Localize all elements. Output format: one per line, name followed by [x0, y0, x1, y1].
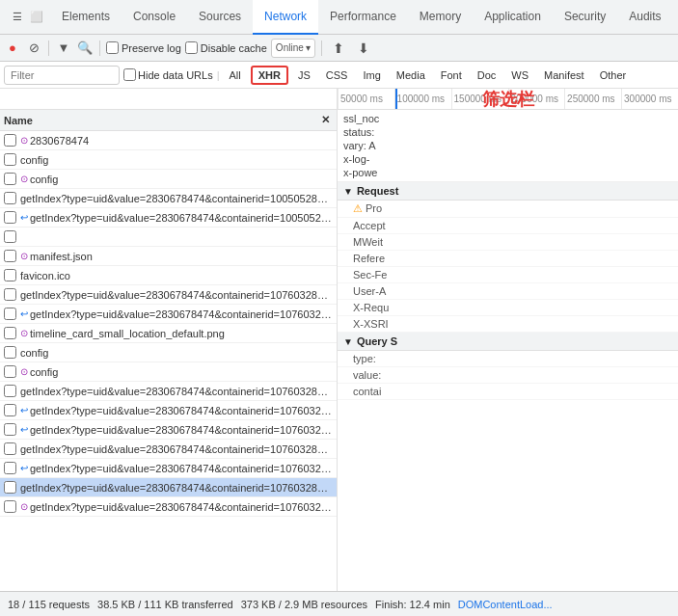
preserve-log-check[interactable]: Preserve log	[106, 41, 181, 54]
tab-console[interactable]: Console	[122, 0, 187, 35]
item-checkbox[interactable]	[4, 481, 16, 494]
request-list[interactable]: Name ✕ ⊙ 2830678474 config ⊙ config getI…	[0, 110, 338, 591]
export-icon[interactable]: ⬇	[353, 38, 374, 59]
list-item[interactable]: ⊙ getIndex?type=uid&value=2830678474&con…	[0, 497, 337, 517]
filter-img[interactable]: Img	[357, 66, 386, 85]
list-item[interactable]: getIndex?type=uid&value=2830678474&conta…	[0, 478, 337, 497]
tab-memory[interactable]: Memory	[408, 0, 473, 35]
list-item[interactable]: config	[0, 150, 337, 170]
item-checkbox[interactable]	[4, 500, 16, 513]
item-checkbox[interactable]	[4, 423, 16, 436]
filter-other[interactable]: Other	[594, 66, 633, 85]
item-checkbox[interactable]	[4, 462, 16, 474]
import-icon[interactable]: ⬆	[328, 38, 349, 59]
filter-input[interactable]	[4, 66, 120, 85]
list-item[interactable]: getIndex?type=uid&value=2830678474&conta…	[0, 382, 337, 401]
item-checkbox[interactable]	[4, 211, 16, 224]
throttle-select[interactable]: Online ▾	[271, 39, 315, 58]
tab-sources[interactable]: Sources	[187, 0, 253, 35]
item-checkbox[interactable]	[4, 230, 16, 243]
filter-all[interactable]: All	[224, 66, 247, 85]
search-icon[interactable]: 🔍	[76, 40, 94, 57]
menu-icon[interactable]: ☰	[10, 10, 25, 25]
toolbar-separator-2	[99, 40, 100, 56]
list-item[interactable]: ⊙ manifest.json	[0, 247, 337, 266]
item-checkbox[interactable]	[4, 173, 16, 185]
item-name: config	[20, 154, 333, 166]
info-key: type:	[353, 353, 401, 364]
item-checkbox[interactable]	[4, 385, 16, 397]
circle-icon: ⊙	[20, 251, 28, 261]
ruler-mark-4: 250000 ms	[564, 89, 614, 109]
nav-icon: ↩	[20, 463, 28, 473]
list-item[interactable]: getIndex?type=uid&value=2830678474&conta…	[0, 440, 337, 459]
item-checkbox[interactable]	[4, 308, 16, 320]
item-checkbox[interactable]	[4, 346, 16, 359]
close-panel-icon[interactable]: ✕	[317, 114, 333, 126]
header-row: ssl_noc	[343, 112, 672, 125]
info-row: X-XSRI	[338, 316, 678, 333]
list-item[interactable]: ↩ getIndex?type=uid&value=2830678474&con…	[0, 305, 337, 324]
filter-xhr[interactable]: XHR	[251, 66, 288, 85]
item-checkbox[interactable]	[4, 404, 16, 416]
list-item[interactable]: ↩ getIndex?type=uid&value=2830678474&con…	[0, 208, 337, 228]
info-row: User-A	[338, 283, 678, 300]
list-item[interactable]: config	[0, 343, 337, 362]
list-item[interactable]: ↩ getIndex?type=uid&value=2830678474&con…	[0, 401, 337, 420]
item-checkbox[interactable]	[4, 365, 16, 378]
circle-icon: ⊙	[20, 366, 28, 377]
item-checkbox[interactable]	[4, 288, 16, 301]
list-item[interactable]: getIndex?type=uid&value=2830678474&conta…	[0, 189, 337, 208]
filter-font[interactable]: Font	[435, 66, 468, 85]
list-item[interactable]: getIndex?type=uid&value=2830678474&conta…	[0, 285, 337, 305]
filter-manifest[interactable]: Manifest	[538, 66, 590, 85]
item-checkbox[interactable]	[4, 134, 16, 147]
filter-doc[interactable]: Doc	[472, 66, 502, 85]
filter-css[interactable]: CSS	[320, 66, 354, 85]
item-checkbox[interactable]	[4, 250, 16, 262]
tab-performance[interactable]: Performance	[318, 0, 408, 35]
clear-icon[interactable]: ⊘	[25, 40, 42, 57]
list-item[interactable]: ⊙ 2830678474	[0, 131, 337, 150]
header-row: x-powe	[343, 166, 672, 179]
header-key: status:	[343, 126, 401, 138]
info-key: MWeit	[353, 236, 401, 248]
item-checkbox[interactable]	[4, 269, 16, 281]
tab-elements[interactable]: Elements	[50, 0, 122, 35]
tab-network[interactable]: Network	[253, 0, 318, 35]
info-row: Sec-Fe	[338, 267, 678, 283]
filter-icon[interactable]: ▼	[55, 40, 72, 57]
list-item[interactable]: ↩ getIndex?type=uid&value=2830678474&con…	[0, 420, 337, 440]
info-key: X-XSRI	[353, 318, 401, 330]
list-item[interactable]: ⊙ config	[0, 362, 337, 382]
tab-application[interactable]: Application	[473, 0, 553, 35]
filter-media[interactable]: Media	[391, 66, 431, 85]
item-checkbox[interactable]	[4, 442, 16, 455]
waterfall-line	[395, 89, 397, 109]
list-item[interactable]	[0, 228, 337, 247]
list-item[interactable]: ⊙ timeline_card_small_location_default.p…	[0, 324, 337, 343]
header-key: x-log-	[343, 153, 401, 165]
filter-bar: Hide data URLs | All XHR JS CSS Img Medi…	[0, 62, 678, 89]
tab-audits[interactable]: Audits	[617, 0, 672, 35]
filter-js[interactable]: JS	[292, 66, 316, 85]
list-item[interactable]: ⊙ config	[0, 170, 337, 189]
hide-data-urls-check[interactable]: Hide data URLs	[123, 68, 213, 81]
item-name: manifest.json	[30, 251, 333, 262]
item-checkbox[interactable]	[4, 327, 16, 339]
tab-security[interactable]: Security	[553, 0, 617, 35]
item-checkbox[interactable]	[4, 153, 16, 166]
query-section-label: Query S	[357, 335, 397, 347]
request-headers-section-header[interactable]: ▼ Request	[338, 182, 678, 201]
disable-cache-check[interactable]: Disable cache	[185, 41, 267, 54]
item-checkbox[interactable]	[4, 192, 16, 204]
circle-icon: ⊙	[20, 501, 28, 512]
record-icon[interactable]: ●	[4, 40, 21, 57]
inspect-icon[interactable]: ⬜	[29, 10, 44, 25]
list-item[interactable]: favicon.ico	[0, 266, 337, 285]
nav-icon: ↩	[20, 424, 28, 435]
list-item[interactable]: ↩ getIndex?type=uid&value=2830678474&con…	[0, 459, 337, 478]
filter-ws[interactable]: WS	[505, 66, 534, 85]
arrow-icon: ▼	[343, 336, 353, 347]
query-section-header[interactable]: ▼ Query S	[338, 333, 678, 351]
